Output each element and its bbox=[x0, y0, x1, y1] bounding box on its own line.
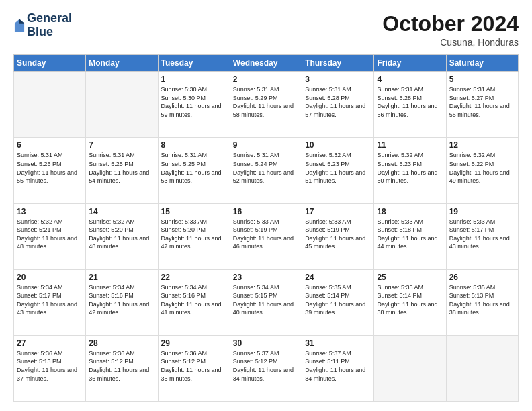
table-row: 20Sunrise: 5:34 AMSunset: 5:17 PMDayligh… bbox=[14, 269, 86, 335]
table-row: 24Sunrise: 5:35 AMSunset: 5:14 PMDayligh… bbox=[302, 269, 374, 335]
day-info: Sunrise: 5:35 AMSunset: 5:13 PMDaylight:… bbox=[449, 283, 515, 317]
day-info: Sunrise: 5:35 AMSunset: 5:14 PMDaylight:… bbox=[377, 283, 443, 317]
day-number: 16 bbox=[233, 207, 299, 216]
calendar-week-row: 20Sunrise: 5:34 AMSunset: 5:17 PMDayligh… bbox=[14, 269, 519, 335]
table-row: 28Sunrise: 5:36 AMSunset: 5:12 PMDayligh… bbox=[86, 335, 158, 401]
logo-line2: Blue bbox=[27, 26, 72, 39]
col-wednesday: Wednesday bbox=[230, 55, 302, 72]
day-number: 10 bbox=[305, 140, 371, 150]
day-info: Sunrise: 5:33 AMSunset: 5:20 PMDaylight:… bbox=[161, 218, 227, 251]
table-row: 9Sunrise: 5:31 AMSunset: 5:24 PMDaylight… bbox=[230, 138, 302, 203]
table-row: 10Sunrise: 5:32 AMSunset: 5:23 PMDayligh… bbox=[302, 138, 374, 203]
table-row: 16Sunrise: 5:33 AMSunset: 5:19 PMDayligh… bbox=[230, 203, 302, 269]
day-info: Sunrise: 5:33 AMSunset: 5:19 PMDaylight:… bbox=[233, 218, 299, 251]
day-info: Sunrise: 5:34 AMSunset: 5:16 PMDaylight:… bbox=[89, 283, 154, 317]
table-row bbox=[374, 335, 446, 401]
day-info: Sunrise: 5:32 AMSunset: 5:22 PMDaylight:… bbox=[449, 151, 515, 185]
day-info: Sunrise: 5:32 AMSunset: 5:23 PMDaylight:… bbox=[377, 151, 443, 185]
table-row: 12Sunrise: 5:32 AMSunset: 5:22 PMDayligh… bbox=[446, 138, 518, 203]
day-info: Sunrise: 5:33 AMSunset: 5:17 PMDaylight:… bbox=[449, 218, 515, 251]
table-row: 18Sunrise: 5:33 AMSunset: 5:18 PMDayligh… bbox=[374, 203, 446, 269]
day-info: Sunrise: 5:32 AMSunset: 5:21 PMDaylight:… bbox=[17, 218, 83, 251]
day-info: Sunrise: 5:31 AMSunset: 5:27 PMDaylight:… bbox=[449, 85, 515, 119]
col-friday: Friday bbox=[374, 55, 446, 72]
table-row: 22Sunrise: 5:34 AMSunset: 5:16 PMDayligh… bbox=[158, 269, 230, 335]
day-number: 25 bbox=[377, 273, 443, 282]
day-info: Sunrise: 5:34 AMSunset: 5:15 PMDaylight:… bbox=[233, 283, 299, 317]
col-sunday: Sunday bbox=[14, 55, 86, 72]
day-info: Sunrise: 5:32 AMSunset: 5:20 PMDaylight:… bbox=[89, 218, 154, 251]
calendar-week-row: 13Sunrise: 5:32 AMSunset: 5:21 PMDayligh… bbox=[14, 203, 519, 269]
day-info: Sunrise: 5:30 AMSunset: 5:30 PMDaylight:… bbox=[161, 85, 227, 119]
day-info: Sunrise: 5:31 AMSunset: 5:29 PMDaylight:… bbox=[233, 85, 299, 119]
day-number: 29 bbox=[161, 338, 227, 348]
day-number: 4 bbox=[377, 75, 443, 84]
table-row: 30Sunrise: 5:37 AMSunset: 5:12 PMDayligh… bbox=[230, 335, 302, 401]
table-row: 3Sunrise: 5:31 AMSunset: 5:28 PMDaylight… bbox=[302, 72, 374, 138]
day-number: 31 bbox=[305, 338, 371, 348]
table-row bbox=[86, 72, 158, 138]
table-row bbox=[14, 72, 86, 138]
calendar-week-row: 27Sunrise: 5:36 AMSunset: 5:13 PMDayligh… bbox=[14, 335, 519, 401]
table-row: 21Sunrise: 5:34 AMSunset: 5:16 PMDayligh… bbox=[86, 269, 158, 335]
day-info: Sunrise: 5:36 AMSunset: 5:13 PMDaylight:… bbox=[17, 349, 83, 383]
day-number: 11 bbox=[377, 140, 443, 150]
day-number: 3 bbox=[305, 75, 371, 84]
day-number: 21 bbox=[89, 273, 154, 282]
day-info: Sunrise: 5:31 AMSunset: 5:28 PMDaylight:… bbox=[377, 85, 443, 119]
day-info: Sunrise: 5:31 AMSunset: 5:25 PMDaylight:… bbox=[89, 151, 154, 185]
day-info: Sunrise: 5:34 AMSunset: 5:17 PMDaylight:… bbox=[17, 283, 83, 317]
day-info: Sunrise: 5:34 AMSunset: 5:16 PMDaylight:… bbox=[161, 283, 227, 317]
day-number: 15 bbox=[161, 207, 227, 216]
day-info: Sunrise: 5:31 AMSunset: 5:25 PMDaylight:… bbox=[161, 151, 227, 185]
location: Cusuna, Honduras bbox=[382, 37, 519, 48]
day-number: 9 bbox=[233, 140, 299, 150]
day-number: 26 bbox=[449, 273, 515, 282]
table-row: 13Sunrise: 5:32 AMSunset: 5:21 PMDayligh… bbox=[14, 203, 86, 269]
general-blue-icon bbox=[13, 18, 26, 33]
table-row: 14Sunrise: 5:32 AMSunset: 5:20 PMDayligh… bbox=[86, 203, 158, 269]
day-number: 18 bbox=[377, 207, 443, 216]
header: General Blue October 2024 Cusuna, Hondur… bbox=[13, 12, 519, 48]
table-row: 2Sunrise: 5:31 AMSunset: 5:29 PMDaylight… bbox=[230, 72, 302, 138]
table-row: 6Sunrise: 5:31 AMSunset: 5:26 PMDaylight… bbox=[14, 138, 86, 203]
day-info: Sunrise: 5:33 AMSunset: 5:19 PMDaylight:… bbox=[305, 218, 371, 251]
day-number: 1 bbox=[161, 75, 227, 84]
day-info: Sunrise: 5:37 AMSunset: 5:11 PMDaylight:… bbox=[305, 349, 371, 383]
day-info: Sunrise: 5:36 AMSunset: 5:12 PMDaylight:… bbox=[89, 349, 154, 383]
table-row: 1Sunrise: 5:30 AMSunset: 5:30 PMDaylight… bbox=[158, 72, 230, 138]
calendar-header-row: Sunday Monday Tuesday Wednesday Thursday… bbox=[14, 55, 519, 72]
day-number: 23 bbox=[233, 273, 299, 282]
month-title: October 2024 bbox=[382, 12, 519, 36]
day-number: 22 bbox=[161, 273, 227, 282]
table-row: 25Sunrise: 5:35 AMSunset: 5:14 PMDayligh… bbox=[374, 269, 446, 335]
day-number: 5 bbox=[449, 75, 515, 84]
calendar-week-row: 6Sunrise: 5:31 AMSunset: 5:26 PMDaylight… bbox=[14, 138, 519, 203]
day-info: Sunrise: 5:33 AMSunset: 5:18 PMDaylight:… bbox=[377, 218, 443, 251]
day-info: Sunrise: 5:31 AMSunset: 5:26 PMDaylight:… bbox=[17, 151, 83, 185]
day-number: 7 bbox=[89, 140, 154, 150]
day-number: 12 bbox=[449, 140, 515, 150]
day-number: 2 bbox=[233, 75, 299, 84]
table-row: 29Sunrise: 5:36 AMSunset: 5:12 PMDayligh… bbox=[158, 335, 230, 401]
day-number: 30 bbox=[233, 338, 299, 348]
day-number: 13 bbox=[17, 207, 83, 216]
day-number: 24 bbox=[305, 273, 371, 282]
table-row: 11Sunrise: 5:32 AMSunset: 5:23 PMDayligh… bbox=[374, 138, 446, 203]
table-row: 27Sunrise: 5:36 AMSunset: 5:13 PMDayligh… bbox=[14, 335, 86, 401]
day-number: 8 bbox=[161, 140, 227, 150]
logo-line1: General bbox=[27, 12, 72, 26]
table-row: 17Sunrise: 5:33 AMSunset: 5:19 PMDayligh… bbox=[302, 203, 374, 269]
day-info: Sunrise: 5:36 AMSunset: 5:12 PMDaylight:… bbox=[161, 349, 227, 383]
logo: General Blue bbox=[13, 12, 72, 39]
title-block: October 2024 Cusuna, Honduras bbox=[382, 12, 519, 48]
col-saturday: Saturday bbox=[446, 55, 518, 72]
col-tuesday: Tuesday bbox=[158, 55, 230, 72]
day-number: 6 bbox=[17, 140, 83, 150]
day-info: Sunrise: 5:32 AMSunset: 5:23 PMDaylight:… bbox=[305, 151, 371, 185]
table-row: 4Sunrise: 5:31 AMSunset: 5:28 PMDaylight… bbox=[374, 72, 446, 138]
table-row: 8Sunrise: 5:31 AMSunset: 5:25 PMDaylight… bbox=[158, 138, 230, 203]
day-info: Sunrise: 5:31 AMSunset: 5:28 PMDaylight:… bbox=[305, 85, 371, 119]
day-number: 14 bbox=[89, 207, 154, 216]
day-info: Sunrise: 5:31 AMSunset: 5:24 PMDaylight:… bbox=[233, 151, 299, 185]
